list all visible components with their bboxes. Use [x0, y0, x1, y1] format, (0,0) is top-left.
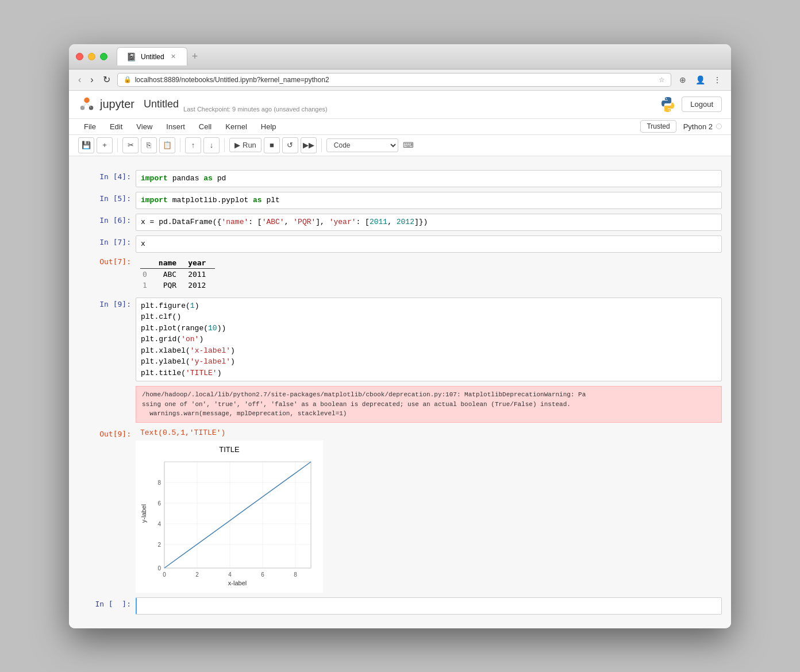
- cell-9-body[interactable]: plt.figure(1) plt.clf() plt.plot(range(1…: [136, 298, 722, 382]
- interrupt-button[interactable]: ■: [264, 137, 280, 153]
- minimize-button[interactable]: [88, 53, 95, 60]
- cell-4-code[interactable]: import pandas as pd: [136, 170, 722, 187]
- cell-empty-code[interactable]: [136, 597, 722, 615]
- cell-5: In [5]: import matplotlib.pyplot as plt: [69, 190, 731, 211]
- cell-4: In [4]: import pandas as pd: [69, 168, 731, 190]
- back-button[interactable]: ‹: [76, 74, 83, 86]
- table-row: 0 ABC 2011: [140, 268, 215, 280]
- menu-kernel[interactable]: Kernel: [220, 119, 253, 134]
- menu-edit[interactable]: Edit: [104, 119, 128, 134]
- cell-5-code[interactable]: import matplotlib.pyplot as plt: [136, 192, 722, 209]
- add-cell-button[interactable]: +: [97, 137, 113, 153]
- kernel-label: Python 2: [683, 122, 713, 131]
- col-year: year: [186, 257, 215, 269]
- url-text: localhost:8889/notebooks/Untitled.ipynb?…: [135, 76, 655, 84]
- python-logo: [659, 95, 677, 114]
- cell-empty-body[interactable]: [136, 597, 722, 615]
- restart-run-button[interactable]: ▶▶: [301, 137, 317, 153]
- cell-6-body[interactable]: x = pd.DataFrame({'name': ['ABC', 'PQR']…: [136, 214, 722, 231]
- svg-text:6: 6: [157, 500, 161, 507]
- cell-9-chart-prompt: [78, 441, 136, 443]
- col-idx: [140, 257, 156, 269]
- warning-message: /home/hadoop/.local/lib/python2.7/site-p…: [136, 386, 722, 423]
- restart-button[interactable]: ↺: [282, 137, 298, 153]
- jupyter-header: jupyter Untitled Last Checkpoint: 9 minu…: [69, 91, 731, 119]
- notebook-title[interactable]: Untitled: [144, 98, 179, 110]
- menu-insert[interactable]: Insert: [160, 119, 191, 134]
- paste-button[interactable]: 📋: [159, 137, 175, 153]
- code-line-4: plt.grid('on'): [141, 334, 717, 345]
- toolbar-separator-2: [180, 138, 180, 152]
- cell-6-row: In [6]: x = pd.DataFrame({'name': ['ABC'…: [69, 213, 731, 232]
- bookmark-icon[interactable]: ☆: [659, 76, 665, 84]
- move-up-button[interactable]: ↑: [185, 137, 201, 153]
- reload-button[interactable]: ↻: [101, 73, 113, 86]
- num-2011: 2011: [370, 218, 387, 226]
- cell-9-out-prompt: Out[9]:: [78, 427, 136, 438]
- tab-close-button[interactable]: ✕: [169, 52, 178, 61]
- move-down-button[interactable]: ↓: [203, 137, 220, 153]
- cell-7-body[interactable]: x: [136, 235, 722, 253]
- cell-9-chart-body: TITLE: [136, 441, 722, 593]
- cell-5-body[interactable]: import matplotlib.pyplot as plt: [136, 192, 722, 209]
- logout-button[interactable]: Logout: [682, 96, 722, 112]
- cell-9-out-body: Text(0.5,1,'TITLE'): [136, 427, 722, 438]
- cell-9: In [9]: plt.figure(1) plt.clf() plt.plot…: [69, 295, 731, 595]
- str-year: 'year': [329, 218, 356, 226]
- title-bar: 📓 Untitled ✕ +: [69, 44, 731, 69]
- menu-file[interactable]: File: [78, 119, 102, 134]
- cell-4-prompt: In [4]:: [78, 170, 136, 181]
- save-button[interactable]: 💾: [78, 137, 94, 153]
- cell-9-row: In [9]: plt.figure(1) plt.clf() plt.plot…: [69, 296, 731, 383]
- jupyter-wordmark: jupyter: [100, 98, 134, 111]
- checkpoint-info: Last Checkpoint: 9 minutes ago (unsaved …: [183, 106, 328, 113]
- close-button[interactable]: [76, 53, 83, 60]
- code-line-7: plt.title('TITLE'): [141, 368, 717, 379]
- cell-7-row: In [7]: x: [69, 234, 731, 254]
- svg-text:0: 0: [157, 565, 161, 571]
- menu-help[interactable]: Help: [255, 119, 282, 134]
- cell-empty: In [ ]:: [69, 595, 731, 617]
- cell-7: In [7]: x Out[7]: name year: [69, 233, 731, 295]
- menu-cell[interactable]: Cell: [193, 119, 217, 134]
- new-tab-button[interactable]: +: [187, 48, 203, 65]
- cell-6-code[interactable]: x = pd.DataFrame({'name': ['ABC', 'PQR']…: [136, 214, 722, 231]
- menu-button[interactable]: ⋮: [710, 73, 724, 87]
- extensions-button[interactable]: ⊕: [676, 73, 690, 87]
- maximize-button[interactable]: [100, 53, 107, 60]
- row-0-idx: 0: [140, 268, 156, 280]
- code-matplotlib: matplotlib.pyplot: [172, 196, 249, 204]
- trusted-badge: Trusted: [640, 120, 676, 133]
- copy-button[interactable]: ⎘: [141, 137, 157, 153]
- security-icon: 🔒: [124, 76, 132, 83]
- cell-empty-prompt: In [ ]:: [78, 597, 136, 608]
- code-plt: plt: [266, 196, 279, 204]
- cell-7-code[interactable]: x: [136, 235, 722, 253]
- cell-5-row: In [5]: import matplotlib.pyplot as plt: [69, 191, 731, 210]
- chart-svg: 0 2 4 6 8 0 2 4 6 8 x-label: [140, 456, 318, 588]
- num-2012: 2012: [397, 218, 414, 226]
- table-row: 1 PQR 2012: [140, 280, 215, 291]
- cell-type-select[interactable]: Code Markdown Raw NBConvert: [326, 138, 398, 152]
- cell-9-code[interactable]: plt.figure(1) plt.clf() plt.plot(range(1…: [136, 298, 722, 382]
- url-box[interactable]: 🔒 localhost:8889/notebooks/Untitled.ipyn…: [117, 73, 671, 87]
- menu-view[interactable]: View: [130, 119, 158, 134]
- browser-tab[interactable]: 📓 Untitled ✕: [117, 47, 187, 65]
- cell-9-prompt: In [9]:: [78, 298, 136, 308]
- svg-text:8: 8: [157, 480, 161, 486]
- user-button[interactable]: 👤: [693, 73, 707, 87]
- svg-text:4: 4: [228, 571, 232, 578]
- row-0-name: ABC: [156, 268, 186, 280]
- keyboard-shortcuts-button[interactable]: ⌨: [401, 137, 417, 153]
- str-abc: 'ABC': [262, 218, 284, 226]
- chart-title: TITLE: [140, 445, 318, 454]
- run-button[interactable]: ▶ Run: [229, 138, 261, 152]
- cell-4-body[interactable]: import pandas as pd: [136, 170, 722, 187]
- cut-button[interactable]: ✂: [122, 137, 139, 153]
- notebook-area: In [4]: import pandas as pd In [5]: impo…: [69, 156, 731, 628]
- row-1-idx: 1: [140, 280, 156, 291]
- cell-empty-row: In [ ]:: [69, 596, 731, 616]
- kernel-status-circle: [716, 123, 722, 129]
- forward-button[interactable]: ›: [88, 74, 95, 86]
- svg-text:6: 6: [261, 571, 264, 578]
